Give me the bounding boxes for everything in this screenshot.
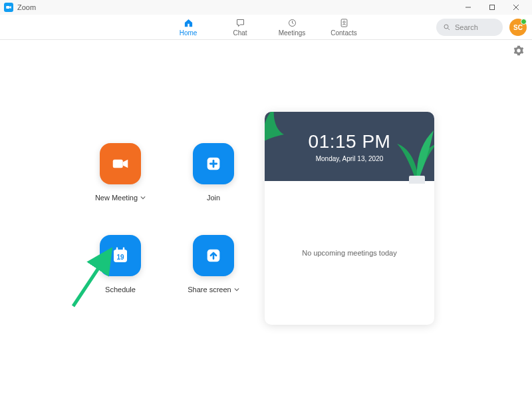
tab-contacts[interactable]: Contacts bbox=[329, 18, 358, 37]
plant-decoration-icon bbox=[397, 124, 434, 184]
card-hero: 01:15 PM Monday, April 13, 2020 bbox=[265, 112, 434, 181]
video-icon bbox=[110, 154, 130, 174]
window-close-button[interactable] bbox=[504, 0, 528, 15]
window-minimize-button[interactable] bbox=[456, 0, 480, 15]
schedule-label: Schedule bbox=[105, 286, 136, 294]
share-screen-label-row[interactable]: Share screen bbox=[188, 286, 239, 294]
home-actions-grid: New Meeting Join bbox=[84, 143, 250, 294]
schedule-button[interactable]: 19 bbox=[100, 235, 141, 276]
calendar-icon: 19 bbox=[110, 246, 130, 266]
plant-decoration-icon bbox=[265, 112, 287, 141]
svg-point-10 bbox=[444, 25, 448, 29]
tab-home-label: Home bbox=[180, 29, 198, 37]
clock-time: 01:15 PM bbox=[309, 131, 391, 152]
tab-meetings-label: Meetings bbox=[279, 29, 306, 37]
action-new-meeting: New Meeting bbox=[84, 143, 157, 202]
join-button[interactable] bbox=[193, 143, 234, 184]
calendar-day: 19 bbox=[116, 254, 124, 261]
svg-rect-12 bbox=[113, 160, 123, 168]
tab-chat[interactable]: Chat bbox=[225, 18, 255, 37]
search-input[interactable]: Search bbox=[436, 19, 503, 36]
settings-button[interactable] bbox=[513, 45, 524, 59]
chevron-down-icon bbox=[234, 287, 239, 292]
search-icon bbox=[443, 23, 451, 31]
user-initials: SC bbox=[513, 24, 523, 31]
share-screen-label: Share screen bbox=[188, 286, 231, 294]
new-meeting-button[interactable] bbox=[100, 143, 141, 184]
tab-contacts-label: Contacts bbox=[331, 29, 356, 37]
upcoming-card: 01:15 PM Monday, April 13, 2020 No upcom… bbox=[265, 112, 434, 325]
svg-rect-0 bbox=[6, 6, 9, 9]
no-upcoming-text: No upcoming meetings today bbox=[302, 249, 396, 257]
tab-chat-label: Chat bbox=[233, 29, 247, 37]
window-title: Zoom bbox=[17, 3, 36, 11]
search-placeholder: Search bbox=[455, 23, 478, 31]
svg-point-9 bbox=[342, 21, 344, 23]
new-meeting-label-row[interactable]: New Meeting bbox=[95, 194, 146, 202]
user-avatar[interactable]: SC bbox=[509, 19, 527, 36]
tab-meetings[interactable]: Meetings bbox=[277, 18, 307, 37]
svg-rect-21 bbox=[409, 176, 425, 184]
svg-line-11 bbox=[448, 29, 450, 31]
svg-line-7 bbox=[292, 23, 293, 23]
tab-home[interactable]: Home bbox=[174, 18, 203, 37]
plus-icon bbox=[204, 154, 223, 173]
main-toolbar: Home Chat Meetings Contacts Search SC bbox=[0, 15, 532, 40]
window-maximize-button[interactable] bbox=[480, 0, 504, 15]
arrow-up-icon bbox=[204, 246, 223, 265]
share-screen-button[interactable] bbox=[193, 235, 234, 276]
zoom-app-icon bbox=[4, 3, 13, 12]
svg-rect-17 bbox=[114, 250, 127, 253]
title-bar: Zoom bbox=[0, 0, 532, 15]
action-share-screen: Share screen bbox=[177, 235, 250, 294]
action-schedule: 19 Schedule bbox=[84, 235, 157, 294]
join-label: Join bbox=[207, 194, 220, 202]
gear-icon bbox=[513, 45, 524, 56]
svg-rect-2 bbox=[490, 5, 495, 10]
action-join: Join bbox=[177, 143, 250, 202]
clock-date: Monday, April 13, 2020 bbox=[316, 155, 384, 162]
new-meeting-label: New Meeting bbox=[95, 194, 138, 202]
chevron-down-icon bbox=[140, 195, 146, 200]
